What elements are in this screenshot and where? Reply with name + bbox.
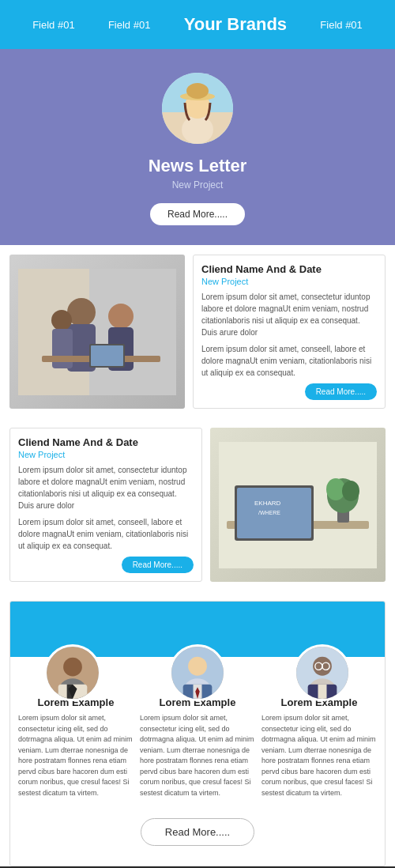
section2: Cliend Name And & Date New Project Lorem… xyxy=(0,418,395,591)
svg-point-26 xyxy=(342,481,359,501)
svg-point-5 xyxy=(186,83,209,99)
svg-point-10 xyxy=(108,304,134,329)
section1-card-subtitle: New Project xyxy=(201,277,377,286)
section2-card-text1: Lorem ipsum dolor sit amet, consectetur … xyxy=(18,464,194,511)
section1-image xyxy=(9,255,185,409)
section2-card: Cliend Name And & Date New Project Lorem… xyxy=(9,428,202,582)
person3-avatar xyxy=(294,644,351,701)
section1: Cliend Name And & Date New Project Lorem… xyxy=(0,245,395,418)
hero-title: News Letter xyxy=(16,156,379,176)
office-image xyxy=(9,255,185,409)
header: Field #01 Field #01 Your Brands Field #0… xyxy=(0,0,395,49)
section1-card: Cliend Name And & Date New Project Lorem… xyxy=(193,255,386,409)
person1-avatar xyxy=(44,644,101,701)
header-field-1: Field #01 xyxy=(32,19,74,31)
person2-avatar xyxy=(169,644,226,701)
svg-rect-13 xyxy=(52,329,73,368)
people-read-more-button[interactable]: Read More..... xyxy=(141,818,254,846)
svg-point-34 xyxy=(188,657,207,676)
hero-subtitle: New Project xyxy=(16,179,379,191)
hero-section: News Letter New Project Read More..... xyxy=(0,49,395,245)
section2-card-subtitle: New Project xyxy=(18,450,194,459)
section2-card-title: Cliend Name And & Date xyxy=(18,436,194,448)
header-field-2: Field #01 xyxy=(108,19,150,31)
section1-card-text2: Lorem ipsum dolor sit amet, conseell, la… xyxy=(201,343,377,379)
hero-avatar xyxy=(162,73,233,144)
person2-card: Lorem Example Lorem ipsum dolor sit amet… xyxy=(140,696,255,798)
laptop-image: EKHARD /WHERE xyxy=(210,428,386,582)
svg-rect-16 xyxy=(91,345,123,366)
svg-point-28 xyxy=(63,658,82,677)
page-wrapper: Field #01 Field #01 Your Brands Field #0… xyxy=(0,0,395,868)
person2-desc: Lorem ipsum dolor sit amet, consectetur … xyxy=(140,713,255,798)
svg-point-2 xyxy=(182,115,213,144)
section2-image: EKHARD /WHERE xyxy=(210,428,386,582)
person1-card: Lorem Example Lorem ipsum dolor sit amet… xyxy=(18,696,134,798)
section2-card-text2: Lorem ipsum dolor sit amet, conseell, la… xyxy=(18,516,194,552)
section1-read-more-button[interactable]: Read More..... xyxy=(305,383,377,400)
svg-point-12 xyxy=(51,310,72,330)
svg-text:EKHARD: EKHARD xyxy=(254,500,281,507)
person3-desc: Lorem ipsum dolor sit amet, consectetur … xyxy=(261,713,377,798)
person3-card: Lorem Example Lorem ipsum dolor sit amet… xyxy=(261,696,377,798)
person1-avatar-wrap xyxy=(10,628,135,657)
header-brand: Your Brands xyxy=(184,14,287,35)
svg-rect-43 xyxy=(318,685,327,701)
main-content: News Letter New Project Read More..... xyxy=(0,49,395,866)
people-read-more-wrap: Read More..... xyxy=(10,810,385,850)
people-top-bar xyxy=(10,602,385,657)
header-field-3: Field #01 xyxy=(320,19,362,31)
person1-desc: Lorem ipsum dolor sit amet, consectetur … xyxy=(18,713,134,798)
person2-avatar-wrap xyxy=(135,628,260,657)
people-section: Lorem Example Lorem ipsum dolor sit amet… xyxy=(9,601,386,866)
section1-card-text1: Lorem ipsum dolor sit amet, consectetur … xyxy=(201,291,377,338)
person3-avatar-wrap xyxy=(260,628,385,657)
section1-card-title: Cliend Name And & Date xyxy=(201,263,377,275)
svg-text:/WHERE: /WHERE xyxy=(258,510,280,515)
hero-read-more-button[interactable]: Read More..... xyxy=(150,203,245,225)
section2-read-more-button[interactable]: Read More..... xyxy=(122,557,194,573)
